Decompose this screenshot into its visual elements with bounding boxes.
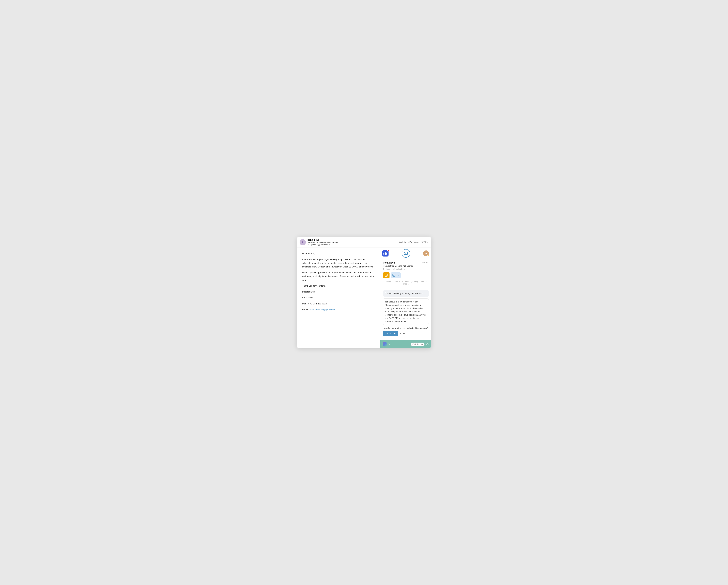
email-email-label: Email: irena.aveili.93@gmail.com xyxy=(302,308,375,311)
email-paragraph2: I would greatly appreciate the opportuni… xyxy=(302,271,375,282)
note-icon xyxy=(385,274,388,277)
email-mobile: Mobile: +1 332-297-7920 xyxy=(302,302,375,306)
gear-icon[interactable]: ⚙ xyxy=(426,342,429,346)
right-to: To: james.a@mailbutler.io xyxy=(383,268,428,271)
top-bar-right: Inbox - Exchange 2:07 PM xyxy=(399,241,428,244)
user-avatar[interactable]: JA ! xyxy=(423,251,429,256)
grid-menu-button[interactable] xyxy=(382,250,389,256)
sender-name: Irena Ilieva xyxy=(307,238,397,241)
summary-content-bubble: Irena Ilieva is a student in the Night P… xyxy=(383,298,429,325)
add-note-button[interactable] xyxy=(383,272,390,278)
email-panel: Dear James, I am a student in your Night… xyxy=(297,248,380,348)
email-link[interactable]: irena.aveili.93@gmail.com xyxy=(310,308,336,311)
task-main-icon xyxy=(391,272,397,278)
chevron-right-icon[interactable]: > xyxy=(389,343,390,346)
proceed-question: How do you want to proceed with this sum… xyxy=(383,327,429,330)
email-to: To: james.a@mailbutler.io xyxy=(307,244,397,246)
globe-icon xyxy=(383,342,387,347)
email-subject: Request for Meeting with James xyxy=(307,241,397,244)
folder-text: Inbox - Exchange xyxy=(402,241,419,244)
right-sender-name: Irena Ilieva xyxy=(383,261,395,264)
email-paragraph1: I am a student in your Night Photography… xyxy=(302,258,375,269)
early-access-badge: Early Access xyxy=(411,342,424,346)
email-signature-name: Irena Ilieva xyxy=(302,296,375,300)
mail-icon-button[interactable] xyxy=(401,249,410,258)
folder-label: Inbox - Exchange xyxy=(399,241,419,244)
app-container: II Irena Ilieva Request for Meeting with… xyxy=(297,237,431,348)
grid-dots xyxy=(384,252,388,255)
email-greeting: Dear James, xyxy=(302,252,375,255)
svg-rect-0 xyxy=(399,241,401,243)
right-bottom-bar: > Early Access ⚙ xyxy=(380,340,431,348)
sender-avatar: II xyxy=(300,239,306,246)
context-prompt: Provide context to this email by adding … xyxy=(383,280,428,286)
right-time: 2:07 PM xyxy=(421,261,428,264)
right-sender-row: Irena Ilieva 2:07 PM xyxy=(383,261,428,264)
folder-icon xyxy=(399,241,401,243)
right-email-info: Irena Ilieva 2:07 PM Request for Meeting… xyxy=(380,259,431,288)
chat-area: This would be my summary of this email: … xyxy=(380,288,431,340)
email-top-bar: II Irena Ilieva Request for Meeting with… xyxy=(297,237,431,248)
add-task-button[interactable] xyxy=(391,272,400,278)
mail-icon xyxy=(404,252,408,255)
proceed-section: How do you want to proceed with this sum… xyxy=(383,327,429,336)
email-label-text: Email: xyxy=(302,308,308,311)
right-panel: JA ! Irena Ilieva 2:07 PM Request for Me… xyxy=(380,248,431,348)
right-subject: Request for Meeting with James xyxy=(383,265,428,267)
email-time: 2:07 PM xyxy=(421,241,428,244)
svg-rect-6 xyxy=(393,274,395,277)
main-layout: Dear James, I am a student in your Night… xyxy=(297,248,431,348)
omit-button[interactable]: Omit xyxy=(400,331,406,336)
email-closing: Best regards, xyxy=(302,290,375,294)
right-top-toolbar: JA ! xyxy=(380,248,431,259)
proceed-actions: Create note Omit xyxy=(383,331,429,336)
email-meta: Irena Ilieva Request for Meeting with Ja… xyxy=(307,238,397,246)
warning-dot: ! xyxy=(427,255,430,256)
to-label: To: xyxy=(307,244,310,246)
summary-intro-bubble: This would be my summary of this email: xyxy=(383,290,429,297)
email-body: Dear James, I am a student in your Night… xyxy=(302,252,375,311)
task-dropdown-icon[interactable] xyxy=(397,272,400,278)
task-icon xyxy=(392,274,395,277)
action-buttons-row xyxy=(383,272,428,278)
chevron-down-icon xyxy=(398,275,400,276)
email-paragraph3: Thank you for your time. xyxy=(302,284,375,288)
globe-area: > xyxy=(383,342,390,347)
notification-dot xyxy=(387,250,389,251)
to-email: james.a@mailbutler.io xyxy=(311,244,331,246)
create-note-button[interactable]: Create note xyxy=(383,331,398,336)
